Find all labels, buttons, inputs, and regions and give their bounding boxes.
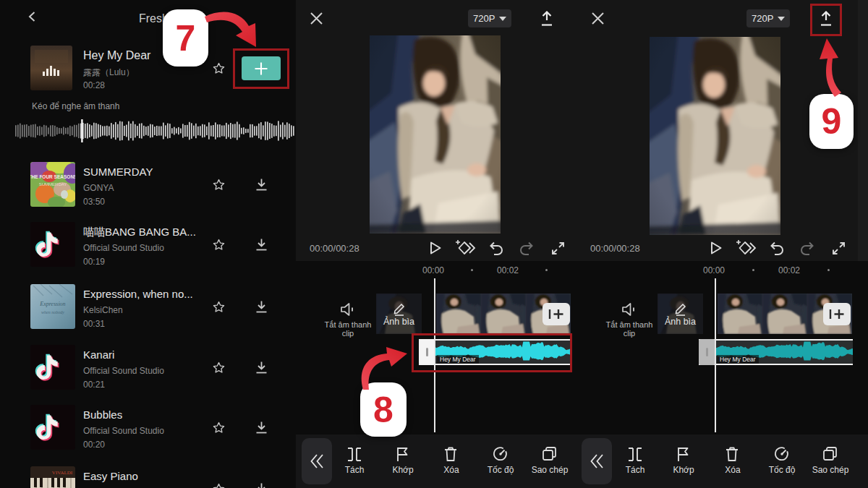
svg-text:VIVALDI: VIVALDI: [52, 470, 73, 476]
svg-text:when nobody: when nobody: [41, 310, 64, 314]
svg-text:Expression: Expression: [39, 301, 65, 307]
svg-text:SUMMERDAY: SUMMERDAY: [39, 182, 67, 187]
svg-text:THE FOUR SEASONS: THE FOUR SEASONS: [30, 174, 75, 179]
